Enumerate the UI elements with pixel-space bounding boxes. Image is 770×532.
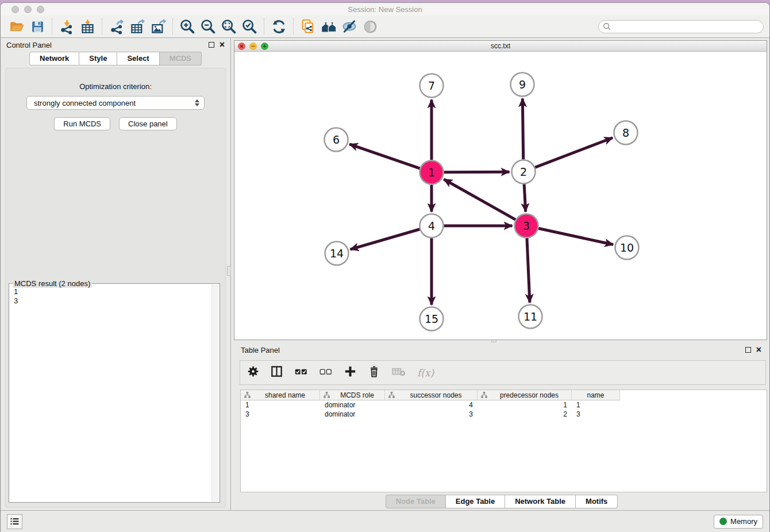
column-header-predecessor-nodes[interactable]: predecessor nodes <box>478 390 572 400</box>
apply-function-button[interactable]: f(x) <box>417 367 434 379</box>
zoom-fit-icon <box>221 18 237 34</box>
graph-node-label-3: 3 <box>523 219 530 232</box>
zoom-out-icon <box>200 18 216 34</box>
float-panel-icon[interactable] <box>209 42 214 48</box>
network-window-title: scc.txt <box>234 41 767 52</box>
deselect-all-icon <box>319 365 333 379</box>
plus-icon <box>344 365 357 378</box>
maximize-view-button[interactable] <box>261 43 268 50</box>
control-panel-tabs: Network Style Select MCDS <box>1 52 230 65</box>
app-window: Session: New Session <box>0 2 770 532</box>
column-header-shared-name[interactable]: shared name <box>241 390 320 400</box>
graph-edge-1-6[interactable] <box>349 144 419 168</box>
table-row[interactable]: 1 dominator 4 1 1 <box>241 400 767 410</box>
graph-edge-4-14[interactable] <box>351 229 420 249</box>
delete-column-icon <box>391 365 406 378</box>
hide-selected-button[interactable] <box>339 17 360 36</box>
export-table-button[interactable] <box>127 17 148 36</box>
control-panel: Control Panel × Network Style Select MCD… <box>1 38 231 510</box>
search-input[interactable] <box>614 22 759 32</box>
delete-row-button[interactable] <box>368 365 380 380</box>
import-table-button[interactable] <box>77 17 98 36</box>
table-options-button[interactable] <box>247 365 259 380</box>
run-mcds-button[interactable]: Run MCDS <box>54 117 110 130</box>
export-image-button[interactable] <box>148 17 168 36</box>
duplicate-network-icon <box>300 18 316 34</box>
select-all-icon <box>294 365 308 379</box>
tab-node-table[interactable]: Node Table <box>386 495 446 508</box>
tab-network[interactable]: Network <box>29 52 79 65</box>
export-network-icon <box>109 19 125 34</box>
tab-edge-table[interactable]: Edge Table <box>446 495 505 508</box>
apply-layout-button[interactable] <box>268 17 289 36</box>
close-panel-button[interactable]: Close panel <box>119 117 177 130</box>
cell-successor-nodes: 4 <box>385 401 478 409</box>
zoom-fit-button[interactable] <box>218 17 239 36</box>
tab-mcds[interactable]: MCDS <box>160 52 202 65</box>
close-window-button[interactable] <box>11 6 19 13</box>
minimize-window-button[interactable] <box>24 6 32 13</box>
export-network-button[interactable] <box>106 17 127 36</box>
add-row-button[interactable] <box>344 365 357 380</box>
import-table-icon <box>80 19 95 34</box>
memory-label: Memory <box>730 517 757 526</box>
graph-edge-3-11[interactable] <box>527 238 530 302</box>
graph-edge-3-1[interactable] <box>444 179 515 219</box>
zoom-in-button[interactable] <box>177 17 198 36</box>
gear-icon <box>247 365 259 377</box>
tab-style[interactable]: Style <box>79 52 117 65</box>
show-columns-button[interactable] <box>270 365 283 380</box>
deselect-all-button[interactable] <box>319 365 333 381</box>
tab-motifs[interactable]: Motifs <box>576 495 618 508</box>
task-history-button[interactable] <box>7 514 22 529</box>
network-canvas[interactable]: 1234678910111415 <box>234 52 767 340</box>
tab-network-table[interactable]: Network Table <box>505 495 576 508</box>
graph-edge-2-8[interactable] <box>535 138 613 168</box>
save-session-button[interactable] <box>27 17 48 36</box>
table-toolbar: f(x) <box>240 360 766 385</box>
table-row[interactable]: 3 dominator 3 2 3 <box>241 410 767 419</box>
close-table-panel-icon[interactable]: × <box>756 346 761 354</box>
close-view-button[interactable] <box>238 43 245 50</box>
reset-views-button[interactable] <box>318 17 339 36</box>
toolbar-separator <box>264 18 264 34</box>
main-area: Control Panel × Network Style Select MCD… <box>1 38 769 510</box>
network-window-titlebar: scc.txt <box>234 41 767 52</box>
column-header-mcds-role[interactable]: MCDS role <box>320 390 385 400</box>
tree-icon <box>481 392 487 398</box>
show-all-button[interactable] <box>360 17 380 36</box>
graph-edge-2-9[interactable] <box>522 98 523 159</box>
result-scrollbar[interactable] <box>211 284 219 502</box>
import-network-icon <box>59 19 75 34</box>
zoom-out-button[interactable] <box>198 17 218 36</box>
close-panel-icon[interactable]: × <box>220 41 225 49</box>
node-table-header: shared name MCDS role successor nodes pr… <box>241 390 767 400</box>
maximize-window-button[interactable] <box>37 6 44 13</box>
vertical-split-handle[interactable] <box>227 266 231 276</box>
memory-button[interactable]: Memory <box>714 515 763 529</box>
tab-select[interactable]: Select <box>117 52 159 65</box>
tree-icon <box>388 392 395 398</box>
zoom-selected-button[interactable] <box>239 17 260 36</box>
column-header-name[interactable]: name <box>572 390 620 400</box>
duplicate-network-button[interactable] <box>298 17 318 36</box>
graph-edge-2-3[interactable] <box>524 184 526 211</box>
cell-shared-name: 1 <box>241 401 320 409</box>
graph-node-label-1: 1 <box>428 166 435 179</box>
graph-edge-1-2[interactable] <box>444 172 509 172</box>
column-header-successor-nodes[interactable]: successor nodes <box>385 390 478 400</box>
float-table-panel-icon[interactable] <box>745 347 751 353</box>
trash-icon <box>368 365 380 378</box>
minimize-view-button[interactable] <box>249 43 257 50</box>
delete-column-button[interactable] <box>391 365 406 380</box>
import-network-button[interactable] <box>56 17 77 36</box>
table-tabs: Node Table Edge Table Network Table Moti… <box>234 495 769 508</box>
open-folder-icon <box>9 19 24 34</box>
columns-icon <box>270 365 283 378</box>
optimization-criterion-select[interactable]: strongly connected component <box>26 96 205 110</box>
open-session-button[interactable] <box>6 17 27 36</box>
window-controls <box>11 6 44 13</box>
graph-edge-3-10[interactable] <box>538 229 613 245</box>
optimization-criterion-label: Optimization criterion: <box>6 82 225 91</box>
select-all-button[interactable] <box>294 365 308 381</box>
